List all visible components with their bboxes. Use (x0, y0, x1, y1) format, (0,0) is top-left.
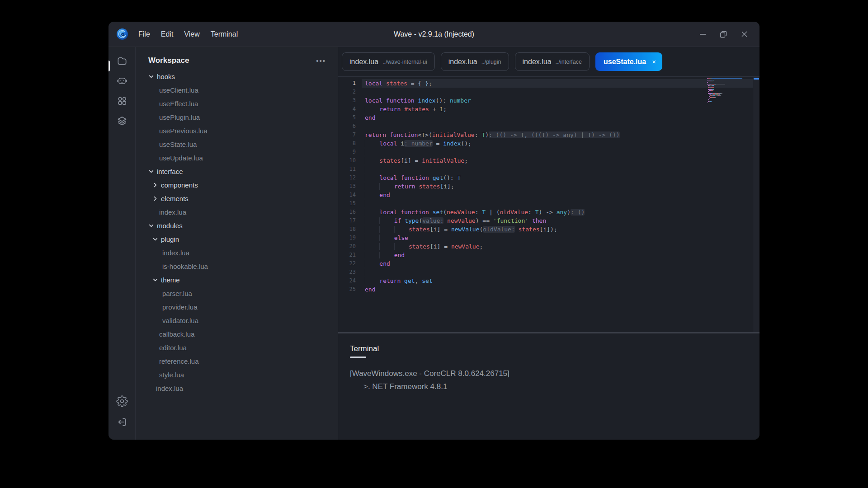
code-line[interactable]: 10 states[i] = initialValue; (338, 156, 760, 165)
tree-item-modules[interactable]: modules (148, 219, 326, 232)
line-number: 16 (338, 208, 362, 216)
code-line[interactable]: 22 end (338, 259, 760, 268)
tree-item-hooks[interactable]: hooks (148, 70, 326, 83)
tab-index-lua[interactable]: index.lua../plugin (441, 52, 509, 71)
tab-close-icon[interactable]: × (652, 58, 656, 66)
code-line[interactable]: 17 if type(value: newValue) == 'function… (338, 216, 760, 225)
tree-item-components[interactable]: components (148, 178, 326, 192)
tree-item-label: useClient.lua (159, 86, 198, 94)
code-line[interactable]: 11 (338, 165, 760, 174)
tab-index-lua[interactable]: index.lua../wave-internal-ui (342, 52, 435, 71)
tree-item-reference-lua[interactable]: reference.lua (148, 354, 326, 368)
tree-item-plugin[interactable]: plugin (148, 232, 326, 246)
files-icon[interactable] (115, 55, 129, 75)
tab-useState-lua[interactable]: useState.lua× (595, 52, 662, 71)
minimize-button[interactable] (699, 31, 706, 38)
apps-icon[interactable] (115, 95, 129, 115)
code-text: return #states + 1; (362, 105, 760, 113)
scrollbar-track[interactable] (753, 77, 760, 332)
tree-item-useEffect-lua[interactable]: useEffect.lua (148, 97, 326, 110)
code-text (362, 88, 760, 96)
tree-item-parser-lua[interactable]: parser.lua (148, 286, 326, 300)
assistant-robot-icon[interactable] (115, 75, 129, 95)
code-line[interactable]: 3local function index(): number (338, 96, 760, 105)
code-line[interactable]: 2 (338, 88, 760, 96)
code-line[interactable]: 15 (338, 199, 760, 208)
tree-item-useUpdate-lua[interactable]: useUpdate.lua (148, 151, 326, 164)
code-line[interactable]: 23 (338, 268, 760, 277)
chevron-down-icon (152, 236, 158, 242)
code-text: local function index(): number (362, 96, 760, 105)
tree-item-usePlugin-lua[interactable]: usePlugin.lua (148, 110, 326, 124)
code-line[interactable]: 16 local function set(newValue: T | (old… (338, 208, 760, 216)
terminal-tab[interactable]: Terminal (350, 344, 379, 353)
file-tree: hooksuseClient.luauseEffect.luausePlugin… (148, 70, 326, 395)
tree-item-callback-lua[interactable]: callback.lua (148, 327, 326, 341)
tree-item-label: usePrevious.lua (159, 127, 208, 135)
code-line[interactable]: 7return function<T>(initialValue: T): ((… (338, 131, 760, 139)
ellipsis-icon[interactable]: ••• (316, 57, 326, 65)
scrollbar-thumb[interactable] (754, 78, 759, 80)
code-line[interactable]: 19 else (338, 234, 760, 242)
code-text: return get, set (362, 277, 760, 285)
line-number: 1 (338, 79, 362, 88)
restore-button[interactable] (720, 31, 727, 38)
tree-item-index-lua[interactable]: index.lua (148, 205, 326, 219)
tab-path-hint: ../plugin (481, 59, 501, 65)
code-line[interactable]: 4 return #states + 1; (338, 105, 760, 113)
line-number: 4 (338, 105, 362, 113)
code-editor[interactable]: 1local states = { };23local function ind… (338, 77, 760, 332)
main-area: Workspace ••• hooksuseClient.luauseEffec… (108, 47, 760, 440)
logout-icon[interactable] (115, 412, 129, 432)
menu-edit[interactable]: Edit (161, 30, 174, 38)
code-line[interactable]: 25end (338, 285, 760, 294)
code-line[interactable]: 24 return get, set (338, 277, 760, 285)
tree-item-provider-lua[interactable]: provider.lua (148, 300, 326, 314)
code-line[interactable]: 18 states[i] = newValue(oldValue: states… (338, 225, 760, 234)
code-line[interactable]: 9 (338, 148, 760, 156)
tree-item-editor-lua[interactable]: editor.lua (148, 341, 326, 354)
tree-item-style-lua[interactable]: style.lua (148, 368, 326, 381)
tree-item-elements[interactable]: elements (148, 192, 326, 205)
tree-item-useState-lua[interactable]: useState.lua (148, 137, 326, 151)
tree-item-label: plugin (161, 235, 179, 243)
code-line[interactable]: 1local states = { }; (338, 79, 760, 88)
line-number: 11 (338, 165, 362, 174)
code-line[interactable]: 5end (338, 113, 760, 122)
tree-item-usePrevious-lua[interactable]: usePrevious.lua (148, 124, 326, 137)
settings-gear-icon[interactable] (115, 391, 129, 412)
tree-item-theme[interactable]: theme (148, 273, 326, 286)
code-line[interactable]: 13 return states[i]; (338, 182, 760, 191)
line-number: 2 (338, 88, 362, 96)
tree-item-index-lua[interactable]: index.lua (148, 246, 326, 259)
close-button[interactable] (741, 31, 748, 38)
menu-file[interactable]: File (138, 30, 150, 38)
window-controls (699, 31, 748, 38)
explorer-panel: Workspace ••• hooksuseClient.luauseEffec… (136, 47, 338, 440)
tree-item-interface[interactable]: interface (148, 164, 326, 178)
code-text: else (362, 234, 760, 242)
code-line[interactable]: 21 end (338, 251, 760, 259)
layers-icon[interactable] (115, 115, 129, 135)
code-line[interactable]: 8 local i: number = index(); (338, 139, 760, 148)
tree-item-label: modules (157, 222, 183, 230)
tree-item-useClient-lua[interactable]: useClient.lua (148, 83, 326, 97)
tab-label: index.lua (448, 58, 477, 66)
tree-item-label: useUpdate.lua (159, 154, 203, 162)
code-line[interactable]: 12 local function get(): T (338, 174, 760, 182)
code-line[interactable]: 20 states[i] = newValue; (338, 242, 760, 251)
tab-index-lua[interactable]: index.lua../interface (515, 52, 590, 71)
terminal-output-line: >. NET Framework 4.8.1 (350, 382, 760, 391)
tree-item-label: elements (161, 195, 189, 202)
line-number: 21 (338, 251, 362, 259)
code-line[interactable]: 14 end (338, 191, 760, 199)
minimap[interactable] (707, 78, 742, 103)
menu-view[interactable]: View (184, 30, 199, 38)
tree-item-validator-lua[interactable]: validator.lua (148, 314, 326, 327)
menu-terminal[interactable]: Terminal (211, 30, 238, 38)
tree-item-label: callback.lua (159, 330, 194, 338)
code-line[interactable]: 6 (338, 122, 760, 131)
line-number: 18 (338, 225, 362, 234)
tree-item-is-hookable-lua[interactable]: is-hookable.lua (148, 259, 326, 273)
tree-item-index-lua[interactable]: index.lua (148, 381, 326, 395)
